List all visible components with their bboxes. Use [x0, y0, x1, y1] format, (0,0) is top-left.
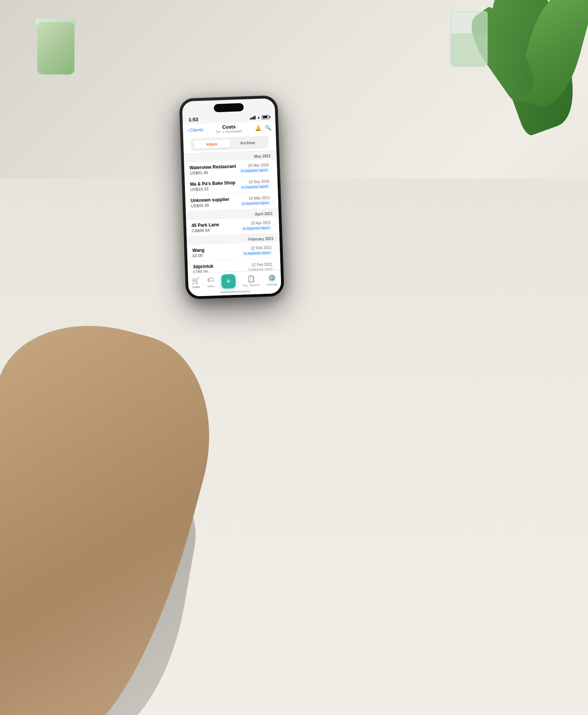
header-actions: 🔔 🔍: [255, 124, 271, 131]
status-badge: In expense report: [240, 184, 269, 190]
status-icons: ▲: [250, 115, 269, 120]
costs-icon: 🛒: [192, 276, 200, 285]
chevron-right-icon: ›: [272, 223, 274, 227]
status-badge: In expense report: [240, 200, 270, 206]
back-button[interactable]: ‹ Clients: [187, 127, 203, 133]
list-item-left: Unknown supplier US$43.30: [191, 196, 240, 208]
phone-screen: 1:53 ▲: [182, 98, 281, 296]
chevron-right-icon: ›: [274, 264, 275, 268]
list-item-right: 22 Feb 2021 In expense report: [242, 245, 272, 256]
settings-label: Settings: [267, 282, 278, 286]
chevron-right-icon: ›: [271, 165, 272, 169]
bottom-tab-costs[interactable]: 🛒 Costs: [192, 276, 200, 289]
phone-wrapper: 1:53 ▲: [179, 95, 285, 300]
list-item-left: Waterview Restaurant US$81.48: [189, 163, 239, 175]
signal-bar-3: [253, 116, 254, 119]
arm-shape: [0, 302, 235, 715]
bottom-tab-sales[interactable]: 🏷 Sales: [207, 276, 214, 288]
glass-liquid: [451, 34, 487, 66]
hand-arm: [0, 268, 261, 715]
wifi-icon: ▲: [257, 115, 260, 119]
header-subtitle: No. 1 Accountant: [216, 129, 242, 134]
dynamic-island: [214, 103, 244, 112]
list-item-right: 10 Sep 2018 In expense report: [240, 179, 270, 190]
app-header: ‹ Clients Costs No. 1 Accountant 🔔 🔍: [183, 121, 277, 154]
chevron-right-icon: ›: [271, 182, 272, 186]
status-badge: In expense report: [242, 250, 272, 256]
phone-frame: 1:53 ▲: [179, 95, 285, 300]
list-item-left: Wang £0.00: [192, 246, 242, 258]
tab-inbox[interactable]: Inbox: [194, 139, 230, 149]
status-time: 1:53: [188, 117, 198, 123]
fab-add-button[interactable]: +: [221, 274, 236, 289]
tab-archive[interactable]: Archive: [230, 138, 266, 147]
item-date: 20 Apr 2021: [251, 220, 271, 225]
battery-icon: [262, 115, 269, 119]
cup-body: [37, 22, 74, 74]
chevron-right-icon: ›: [273, 248, 275, 252]
list-item-left: 45 Park Lane CA$40.64: [191, 221, 241, 233]
chevron-right-icon: ›: [272, 198, 273, 202]
chevron-left-icon: ‹: [187, 127, 189, 133]
status-badge: In expense report: [239, 168, 269, 173]
sales-icon: 🏷: [207, 276, 214, 284]
list-item-right: 20 Apr 2021 In expense report: [241, 220, 271, 231]
battery-fill: [263, 116, 267, 118]
settings-icon: ⚙️: [268, 273, 276, 282]
item-date: 22 Feb 2021: [251, 245, 272, 250]
signal-bar-4: [254, 115, 255, 119]
bottom-tab-reports[interactable]: 📋 Exp. Reports: [242, 274, 260, 287]
back-label: Clients: [189, 127, 203, 133]
glass-decoration: [450, 11, 495, 78]
costs-label: Costs: [192, 285, 200, 289]
tabs-container: Inbox Archive: [191, 136, 269, 151]
item-date: 22 Feb 2021: [252, 262, 273, 267]
item-date: 10 Sep 2018: [248, 179, 269, 184]
header-center: Costs No. 1 Accountant: [216, 124, 242, 134]
bell-icon[interactable]: 🔔: [255, 125, 261, 131]
list-item-left: Ma & Pa's Bake Shop US$19.33: [190, 180, 240, 192]
signal-bar-2: [252, 117, 253, 119]
reports-label: Exp. Reports: [243, 283, 260, 287]
glass-body: [450, 11, 488, 67]
item-date: 16 May 2021: [249, 196, 270, 200]
sales-label: Sales: [207, 285, 214, 288]
search-icon[interactable]: 🔍: [265, 124, 271, 131]
item-date: 20 Mar 2020: [248, 163, 269, 168]
list-item-right: 16 May 2021 In expense report: [240, 196, 271, 206]
screen-content: 1:53 ▲: [182, 98, 281, 296]
content-list: May 2021 Waterview Restaurant US$81.48 2…: [184, 151, 281, 273]
bottom-tab-settings[interactable]: ⚙️ Settings: [266, 273, 278, 286]
cup-decoration: [37, 0, 82, 74]
header-nav: ‹ Clients Costs No. 1 Accountant 🔔 🔍: [187, 122, 271, 136]
list-item-right: 20 Mar 2020 In expense report: [239, 163, 269, 173]
status-badge: In expense report: [241, 225, 271, 231]
signal-bar-1: [250, 118, 251, 120]
signal-bars-icon: [250, 115, 255, 120]
reports-icon: 📋: [247, 274, 255, 283]
background-scene: 1:53 ▲: [0, 0, 588, 715]
